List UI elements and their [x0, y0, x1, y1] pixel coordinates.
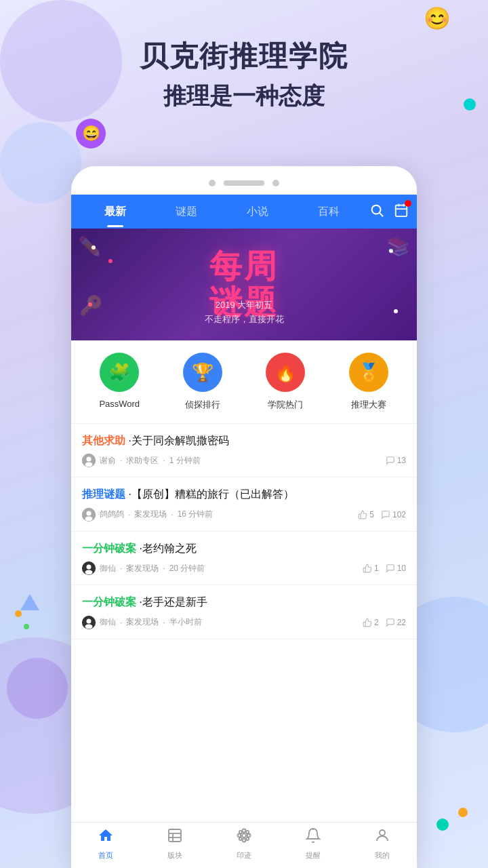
bottom-nav-home[interactable]: 首页	[71, 827, 140, 863]
feed-title-4: 一分钟破案 ·老手还是新手	[82, 595, 406, 610]
feed-title-1: 其他求助 ·关于同余解凯撒密码	[82, 433, 406, 448]
svg-point-11	[85, 516, 93, 521]
feed-author-1: 谢俞	[100, 455, 116, 467]
banner-date-text: 2019 大年初五	[71, 298, 417, 313]
tab-wiki[interactable]: 百科	[293, 199, 364, 224]
feed-section-4: 案发现场	[126, 616, 159, 628]
person-icon	[374, 827, 390, 848]
feed-text-1: ·关于同余解凯撒密码	[128, 435, 228, 446]
flower-icon	[236, 827, 252, 848]
feed-author-2: 鸽鸽鸽	[100, 509, 124, 520]
bg-emoji-smile: 😊	[424, 5, 451, 31]
search-button[interactable]	[369, 203, 384, 221]
feed-meta-left-1: 谢俞 · 求助专区 · 1 分钟前	[82, 454, 201, 467]
bottom-nav-profile[interactable]: 我的	[348, 827, 417, 863]
svg-point-25	[238, 834, 241, 837]
svg-point-22	[242, 833, 246, 837]
feed-title-2: 推理谜题 ·【原创】糟糕的旅行（已出解答）	[82, 487, 406, 502]
bg-purple-small	[7, 658, 68, 719]
medal-icon: 🏅	[358, 362, 380, 383]
svg-rect-2	[396, 205, 407, 216]
banner-subtitle-area: 2019 大年初五 不走程序，直接开花	[71, 298, 417, 327]
feed-item-2[interactable]: 推理谜题 ·【原创】糟糕的旅行（已出解答） 鸽鸽鸽 · 案发现场 · 16 分钟…	[71, 477, 417, 531]
feed-separator-1b: ·	[163, 456, 165, 465]
ranking-icon: 🏆	[192, 362, 214, 383]
forum-label: 版块	[167, 850, 182, 861]
svg-point-27	[239, 831, 242, 833]
feed-avatar-3	[82, 561, 96, 575]
feed-avatar-4	[82, 616, 96, 629]
feed-stats-3: 1 10	[363, 564, 406, 573]
svg-line-1	[380, 213, 383, 216]
feed-section-3: 案发现场	[126, 563, 159, 574]
feed-author-4: 御仙	[100, 616, 116, 628]
feed-section-1: 求助专区	[126, 455, 159, 467]
svg-point-24	[243, 839, 246, 842]
contest-label: 推理大赛	[351, 399, 386, 411]
feed-title-3: 一分钟破案 ·老约翰之死	[82, 541, 406, 556]
bottom-nav-notify[interactable]: 提醒	[279, 827, 348, 863]
bottom-nav-forum[interactable]: 版块	[140, 827, 209, 863]
bg-emoji-face-purple: 😄	[76, 119, 106, 149]
feed-meta-left-3: 御仙 · 案发现场 · 20 分钟前	[82, 561, 205, 575]
svg-point-13	[87, 565, 92, 570]
feed-item-1[interactable]: 其他求助 ·关于同余解凯撒密码 谢俞 · 求助专区 · 1 分钟前	[71, 424, 417, 477]
quick-item-contest[interactable]: 🏅 推理大赛	[327, 353, 411, 411]
trace-label: 印迹	[237, 850, 251, 861]
tab-latest[interactable]: 最新	[79, 199, 150, 224]
svg-point-28	[246, 831, 249, 833]
bell-icon	[305, 827, 321, 848]
feed-author-3: 御仙	[100, 563, 116, 574]
feed-stats-2: 5 102	[358, 510, 406, 519]
feed-comments-3: 10	[386, 564, 406, 573]
feed-time-4: 半小时前	[169, 616, 202, 628]
svg-point-32	[380, 830, 385, 835]
svg-point-7	[87, 457, 92, 462]
feed-separator-2b: ·	[171, 510, 173, 519]
feed-time-3: 20 分钟前	[169, 563, 205, 574]
feed-meta-1: 谢俞 · 求助专区 · 1 分钟前 13	[82, 454, 406, 467]
feed-separator-1: ·	[120, 456, 122, 465]
banner-desc-text: 不走程序，直接开花	[71, 313, 417, 327]
svg-point-16	[87, 618, 92, 623]
feed-separator-4: ·	[120, 618, 122, 627]
quick-item-hot[interactable]: 🔥 学院热门	[244, 353, 327, 411]
fire-icon: 🔥	[274, 362, 296, 383]
calendar-button[interactable]	[394, 203, 409, 221]
puzzle-icon: 🧩	[108, 362, 130, 383]
bg-green-dot	[436, 818, 449, 831]
app-subtitle: 推理是一种态度	[0, 81, 488, 112]
feed-text-2: ·【原创】糟糕的旅行（已出解答）	[128, 488, 293, 500]
feed-comments-1: 13	[386, 456, 406, 465]
feed-text-3: ·老约翰之死	[139, 542, 196, 554]
notification-badge	[405, 200, 411, 207]
tab-novel[interactable]: 小说	[222, 199, 293, 224]
feed-avatar-2	[82, 508, 96, 521]
hot-icon-circle: 🔥	[266, 353, 305, 392]
feed-comments-2: 102	[381, 510, 406, 519]
feed-meta-left-4: 御仙 · 案发现场 · 半小时前	[82, 616, 202, 629]
feed-item-4[interactable]: 一分钟破案 ·老手还是新手 御仙 · 案发现场 · 半小时前	[71, 585, 417, 639]
svg-point-14	[85, 570, 93, 575]
feed-cat-1: 其他求助	[82, 435, 125, 446]
feed-stats-1: 13	[386, 456, 406, 465]
feed-cat-3: 一分钟破案	[82, 542, 136, 554]
header-section: 贝克街推理学院 推理是一种态度	[0, 37, 488, 112]
quick-item-password[interactable]: 🧩 PassWord	[78, 353, 161, 411]
svg-point-23	[243, 829, 246, 833]
banner-icon-book: 📚	[386, 235, 410, 258]
feed-meta-left-2: 鸽鸽鸽 · 案发现场 · 16 分钟前	[82, 508, 213, 521]
tab-puzzle[interactable]: 谜题	[150, 199, 222, 224]
feed-item-3[interactable]: 一分钟破案 ·老约翰之死 御仙 · 案发现场 · 20 分钟前	[71, 532, 417, 585]
bg-decoration-circle2	[0, 122, 81, 203]
quick-item-ranking[interactable]: 🏆 侦探排行	[161, 353, 245, 411]
feed-likes-2: 5	[358, 510, 374, 519]
bottom-navigation: 首页 版块	[71, 822, 417, 868]
weekly-puzzle-banner[interactable]: ✏️ 📚 🔑 每周谜题 2019 大年初五 不走程序，直接开花	[71, 229, 417, 340]
feed-time-2: 16 分钟前	[178, 509, 214, 520]
notify-label: 提醒	[306, 850, 321, 861]
feed-likes-4: 2	[363, 618, 379, 627]
phone-camera	[209, 180, 216, 186]
feed-stats-4: 2 22	[363, 618, 406, 627]
bottom-nav-trace[interactable]: 印迹	[209, 827, 279, 863]
